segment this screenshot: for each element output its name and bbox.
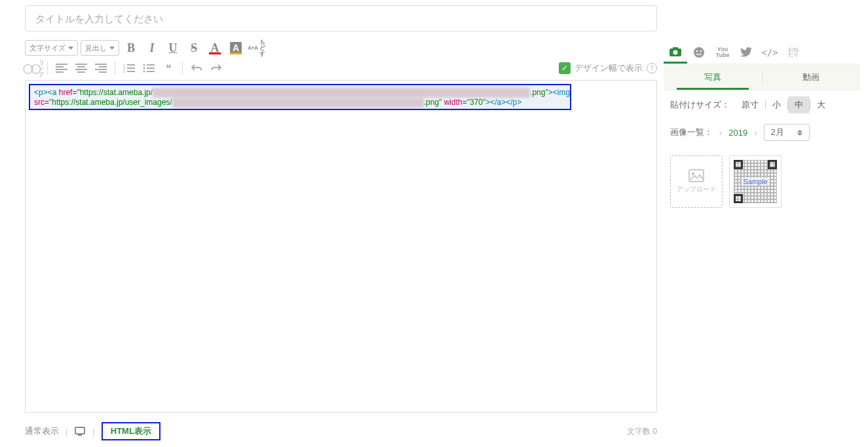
twitter-icon (740, 47, 752, 58)
svg-point-3 (143, 64, 145, 66)
twitter-tab[interactable] (734, 41, 758, 64)
chevron-down-icon (68, 47, 73, 50)
text-color-button[interactable]: A (206, 39, 224, 56)
undo-button[interactable] (188, 60, 205, 76)
side-panel: YouTube </> おねだり 写真 動画 貼付けサイズ： 原寸 小 中 大 … (664, 41, 860, 218)
unordered-list-button[interactable] (140, 60, 157, 76)
svg-rect-13 (689, 170, 704, 182)
char-count: 文字数 0 (627, 426, 657, 437)
request-tab[interactable]: おねだり (782, 41, 805, 64)
align-left-button[interactable] (53, 60, 70, 76)
reset-format-button[interactable]: A•Aもどす (248, 39, 266, 56)
ordered-list-icon: 123 (123, 63, 135, 73)
underline-button[interactable]: U (164, 39, 182, 56)
undo-icon (191, 63, 202, 73)
size-options: 原寸 小 中 大 (735, 96, 832, 113)
embed-tab[interactable]: </> (758, 41, 782, 64)
preview-device-button[interactable] (74, 425, 86, 437)
emoji-icon (693, 47, 705, 58)
size-original[interactable]: 原寸 (735, 96, 765, 113)
quote-button[interactable]: ❝ (160, 60, 177, 76)
help-icon[interactable]: ? (647, 63, 657, 73)
link-button[interactable]: ◯◯リンク (25, 60, 42, 76)
camera-icon (669, 47, 682, 57)
svg-text:3: 3 (123, 69, 125, 73)
stepper-icon (797, 130, 802, 136)
svg-point-5 (143, 71, 145, 73)
svg-point-4 (143, 68, 145, 69)
paste-size-row: 貼付けサイズ： 原寸 小 中 大 (664, 90, 860, 119)
month-select[interactable]: 2月 (764, 124, 810, 141)
html-view-tab[interactable]: HTML表示 (102, 422, 160, 440)
chevron-down-icon (109, 47, 115, 50)
ordered-list-button[interactable]: 123 (121, 60, 138, 76)
media-type-tabs: 写真 動画 (664, 64, 860, 90)
svg-point-9 (673, 50, 678, 54)
youtube-tab[interactable]: YouTube (711, 41, 734, 64)
code-highlight-box: <p><a href="https://stat.ameba.jp/xxxxxx… (29, 84, 571, 110)
emoji-tab[interactable] (687, 41, 711, 64)
size-medium[interactable]: 中 (788, 96, 810, 113)
image-icon (689, 169, 704, 182)
size-small[interactable]: 小 (766, 96, 787, 113)
align-left-icon (56, 63, 67, 73)
camera-tab[interactable] (664, 41, 687, 64)
toolbar-row-1: 文字サイズ 見出し B I U S A A A•Aもどす (25, 39, 657, 56)
sample-image-thumb[interactable]: Sample (729, 155, 782, 208)
align-right-button[interactable] (92, 60, 109, 76)
strike-button[interactable]: S (185, 39, 203, 56)
bold-button[interactable]: B (122, 39, 140, 56)
upload-button[interactable]: アップロード (670, 155, 723, 208)
italic-button[interactable]: I (143, 39, 161, 56)
year-next-button[interactable]: › (751, 128, 759, 138)
check-icon: ✓ (559, 62, 571, 74)
align-center-button[interactable] (73, 60, 90, 76)
year-prev-button[interactable]: ‹ (717, 128, 725, 138)
svg-rect-6 (75, 427, 85, 434)
link-icon: ◯◯ (23, 64, 39, 73)
unordered-list-icon (143, 63, 155, 73)
gallery-nav-row: 画像一覧： ‹ 2019 › 2月 (664, 119, 860, 146)
toolbar-row-2: ◯◯リンク 123 ❝ ✓ デザイン幅で表示 ? (25, 60, 657, 76)
side-icon-tabs: YouTube </> おねだり (664, 41, 860, 64)
thumbnail-grid: アップロード Sample (664, 146, 860, 218)
align-center-icon (75, 63, 87, 73)
font-size-select[interactable]: 文字サイズ (25, 40, 78, 56)
highlight-button[interactable]: A (227, 39, 245, 56)
year-display: 2019 (728, 128, 747, 138)
gallery-label: 画像一覧： (670, 126, 713, 138)
html-editor[interactable]: <p><a href="https://stat.ameba.jp/xxxxxx… (25, 80, 657, 413)
monitor-icon (75, 427, 85, 436)
svg-point-14 (692, 172, 694, 175)
bottom-bar: 通常表示 | | HTML表示 文字数 0 (25, 422, 657, 440)
video-tab[interactable]: 動画 (763, 64, 861, 90)
align-right-icon (95, 63, 107, 73)
paste-size-label: 貼付けサイズ： (670, 99, 730, 111)
design-width-toggle[interactable]: ✓ デザイン幅で表示 ? (559, 62, 657, 74)
photo-tab[interactable]: 写真 (664, 64, 762, 90)
title-input[interactable] (25, 5, 657, 31)
svg-point-10 (694, 47, 704, 58)
svg-point-11 (696, 50, 698, 51)
normal-view-tab[interactable]: 通常表示 (25, 425, 59, 437)
svg-rect-8 (673, 47, 678, 49)
size-large[interactable]: 大 (810, 96, 832, 113)
redo-button[interactable] (208, 60, 225, 76)
svg-point-12 (700, 50, 702, 51)
heading-select[interactable]: 見出し (81, 40, 119, 56)
redo-icon (210, 63, 222, 73)
